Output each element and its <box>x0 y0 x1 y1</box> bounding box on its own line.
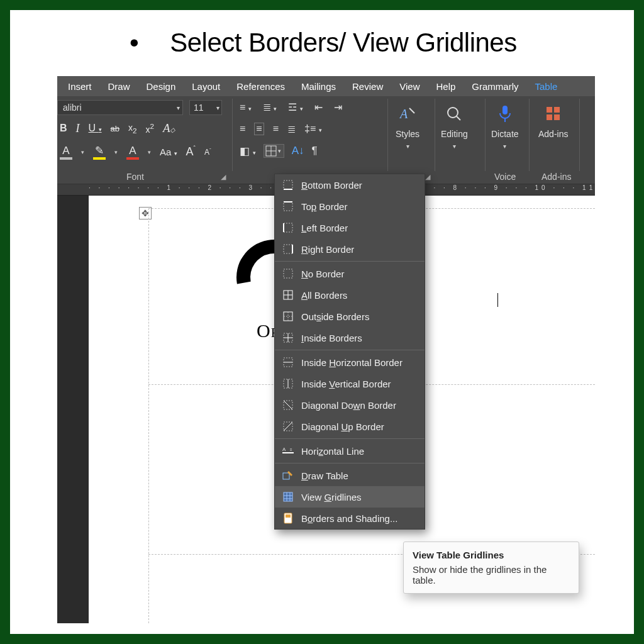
svg-rect-8 <box>547 107 552 113</box>
paragraph-dialog-launcher-icon[interactable]: ◢ <box>425 173 430 181</box>
menu-inside-borders[interactable]: Inside Borders <box>275 327 425 348</box>
justify-button[interactable]: ≣ <box>287 123 296 135</box>
bullets-button[interactable]: ≡ ▾ <box>240 102 252 113</box>
highlight-button[interactable]: ✎ <box>93 144 106 160</box>
borders-split-button[interactable]: ▾ <box>264 144 284 158</box>
mic-icon <box>494 103 516 125</box>
text-effects-button[interactable]: A <box>60 145 72 160</box>
styles-icon: A <box>396 103 419 125</box>
tab-mailings[interactable]: Mailings <box>293 77 344 96</box>
menu-label: No Border <box>301 269 344 279</box>
menu-right-border[interactable]: Right Border <box>275 238 425 260</box>
decrease-indent-button[interactable]: ⇤ <box>314 101 323 113</box>
align-left-button[interactable]: ≡ <box>240 123 245 135</box>
tab-references[interactable]: References <box>228 77 293 96</box>
chevron-down-icon: ▾ <box>453 143 456 150</box>
svg-line-5 <box>457 116 460 120</box>
menu-label: Horizontal Line <box>301 446 364 457</box>
menu-no-border[interactable]: No Border <box>275 263 425 284</box>
tab-design[interactable]: Design <box>138 77 184 96</box>
right-border-icon <box>282 243 294 255</box>
tab-draw[interactable]: Draw <box>100 77 138 96</box>
font-name-select[interactable]: alibri ▾ <box>57 100 183 115</box>
menu-inside-v-border[interactable]: Inside Vertical Border <box>275 373 425 394</box>
menu-inside-h-border[interactable]: Inside Horizontal Border <box>275 352 425 373</box>
shading-button[interactable]: ◧ ▾ <box>240 145 256 158</box>
chevron-down-icon: ▾ <box>177 104 180 111</box>
shrink-font-button[interactable]: Aˇ <box>204 147 211 157</box>
ribbon: alibri ▾ 11 ▾ B I U ▾ ab x2 x2 A◇ A ▾ <box>57 96 595 184</box>
menu-bottom-border[interactable]: Bottom Border <box>275 174 425 196</box>
chevron-down-icon: ▾ <box>406 143 409 150</box>
tab-table[interactable]: Table <box>527 77 566 96</box>
tab-review[interactable]: Review <box>344 77 391 96</box>
svg-rect-41 <box>283 473 289 479</box>
bottom-border-icon <box>282 179 294 191</box>
tab-layout[interactable]: Layout <box>184 77 228 96</box>
menu-label: Right Border <box>301 244 354 255</box>
chevron-down-icon: ▾ <box>114 149 118 155</box>
clear-format-button[interactable]: A◇ <box>163 121 175 135</box>
menu-label: Diagonal Up Border <box>301 421 384 432</box>
top-border-icon <box>282 201 294 212</box>
menu-outside-borders[interactable]: Outside Borders <box>275 306 425 327</box>
tooltip-view-gridlines: View Table Gridlines Show or hide the gr… <box>403 541 579 594</box>
menu-label: Borders and Shading... <box>301 513 397 524</box>
menu-top-border[interactable]: Top Border <box>275 196 425 217</box>
font-size-select[interactable]: 11 ▾ <box>189 100 222 115</box>
sort-button[interactable]: A↓ <box>292 145 304 157</box>
editing-button[interactable]: Editing ▾ <box>441 103 468 150</box>
grow-font-button[interactable]: Aˆ <box>186 145 196 158</box>
menu-left-border[interactable]: Left Border <box>275 217 425 238</box>
menu-borders-shading[interactable]: Borders and Shading... <box>275 508 425 529</box>
align-center-button[interactable]: ≡ <box>254 123 264 135</box>
menu-diag-up-border[interactable]: Diagonal Up Border <box>275 416 425 437</box>
menu-label: Inside Horizontal Border <box>301 357 402 368</box>
menu-view-gridlines[interactable]: View Gridlines <box>275 486 425 508</box>
menu-label: Diagonal Down Border <box>301 400 396 411</box>
search-icon <box>443 103 465 125</box>
tab-insert[interactable]: Insert <box>60 77 100 96</box>
menu-draw-table[interactable]: Draw Table <box>275 465 425 486</box>
svg-rect-11 <box>554 114 560 120</box>
numbering-button[interactable]: ≣ ▾ <box>263 101 277 113</box>
no-border-icon <box>282 268 294 279</box>
bold-button[interactable]: B <box>60 123 67 134</box>
font-dialog-launcher-icon[interactable]: ◢ <box>221 173 226 181</box>
align-right-button[interactable]: ≡ <box>273 123 279 135</box>
paragraph-shade-row: ◧ ▾ ▾ A↓ ¶ <box>240 144 318 158</box>
addins-label: Add-ins <box>538 129 568 139</box>
underline-button[interactable]: U ▾ <box>89 123 102 134</box>
font-name-value: alibri <box>63 103 82 113</box>
tab-help[interactable]: Help <box>428 77 464 96</box>
menu-all-borders[interactable]: All Borders <box>275 284 425 306</box>
line-spacing-button[interactable]: ‡≡ ▾ <box>304 123 322 135</box>
menu-horizontal-line[interactable]: A≡ Horizontal Line <box>275 440 425 462</box>
instruction-label: Select Borders/ View Gridlines <box>170 28 516 58</box>
change-case-button[interactable]: Aa ▾ <box>160 147 177 157</box>
strikethrough-button[interactable]: ab <box>111 124 119 133</box>
styles-button[interactable]: A Styles ▾ <box>396 103 419 150</box>
font-color-button[interactable]: A <box>126 145 139 160</box>
svg-point-4 <box>448 108 458 118</box>
svg-rect-42 <box>284 492 292 501</box>
multilevel-button[interactable]: ☲ ▾ <box>288 101 303 113</box>
menu-label: Top Border <box>301 201 347 212</box>
svg-rect-16 <box>284 223 292 232</box>
h-line-icon: A≡ <box>282 445 294 457</box>
addins-button[interactable]: Add-ins <box>538 103 568 139</box>
inside-v-border-icon <box>282 378 294 389</box>
menu-label: Inside Vertical Border <box>301 379 391 389</box>
tab-view[interactable]: View <box>391 77 428 96</box>
dictate-button[interactable]: Dictate ▾ <box>491 103 519 150</box>
superscript-button[interactable]: x2 <box>146 122 154 135</box>
italic-button[interactable]: I <box>76 122 80 135</box>
font-color-row: A ▾ ✎ ▾ A ▾ Aa ▾ Aˆ Aˇ <box>57 144 211 160</box>
menu-label: Bottom Border <box>301 180 362 191</box>
subscript-button[interactable]: x2 <box>128 123 136 135</box>
increase-indent-button[interactable]: ⇥ <box>334 101 342 113</box>
menu-diag-down-border[interactable]: Diagonal Down Border <box>275 394 425 416</box>
tab-grammarly[interactable]: Grammarly <box>464 77 526 96</box>
show-marks-button[interactable]: ¶ <box>312 145 318 157</box>
ribbon-tabs: Insert Draw Design Layout References Mai… <box>57 76 595 96</box>
